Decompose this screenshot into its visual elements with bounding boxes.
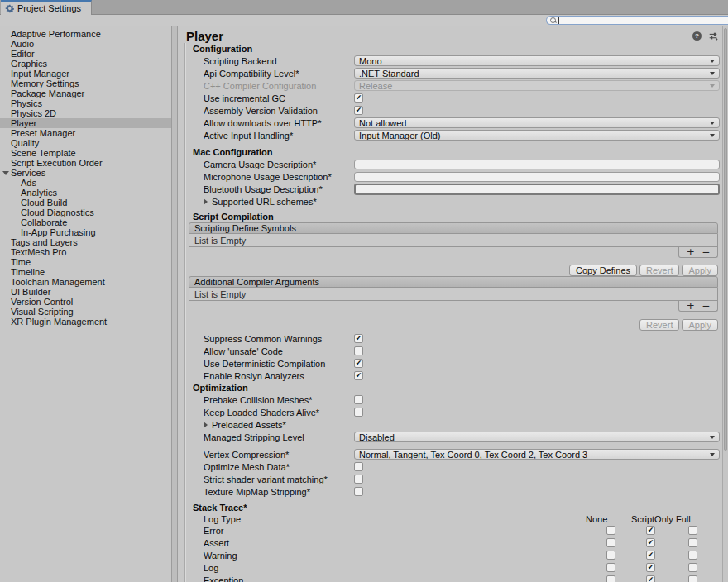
error-full-checkbox[interactable] — [688, 526, 697, 535]
sidebar-item-editor[interactable]: Editor — [0, 49, 171, 59]
assert-full-checkbox[interactable] — [688, 538, 697, 547]
managed-stripping-dropdown[interactable]: Disabled — [354, 432, 720, 442]
bluetooth-usage-field[interactable] — [354, 184, 720, 195]
incremental-gc-checkbox[interactable]: ✔ — [354, 93, 363, 103]
apply-button[interactable]: Apply — [682, 319, 718, 331]
warning-full-checkbox[interactable] — [688, 551, 697, 560]
section-script-compilation: Script Compilation — [178, 211, 728, 222]
scrollbar-thumb[interactable] — [724, 28, 727, 451]
sidebar-item-physics[interactable]: Physics — [0, 98, 171, 108]
sidebar-item-xr-plugin-management[interactable]: XR Plugin Management — [0, 317, 171, 327]
tab-project-settings[interactable]: Project Settings — [1, 0, 92, 15]
sidebar-item-collaborate[interactable]: Collaborate — [0, 217, 171, 227]
warning-scriptonly-checkbox[interactable]: ✔ — [646, 551, 655, 560]
allow-unsafe-checkbox[interactable] — [354, 346, 363, 355]
revert-button[interactable]: Revert — [639, 319, 679, 331]
sidebar-item-cloud-diagnostics[interactable]: Cloud Diagnostics — [0, 208, 171, 217]
search-field[interactable] — [546, 16, 728, 25]
add-button[interactable]: + — [687, 302, 695, 310]
preloaded-assets-foldout[interactable]: Preloaded Assets* — [204, 420, 286, 430]
optimize-mesh-checkbox[interactable] — [354, 462, 363, 471]
microphone-usage-field[interactable] — [354, 172, 720, 182]
sidebar-item-textmesh-pro[interactable]: TextMesh Pro — [0, 247, 171, 257]
log-full-checkbox[interactable] — [688, 563, 697, 572]
sidebar-item-version-control[interactable]: Version Control — [0, 297, 171, 307]
sidebar-item-analytics[interactable]: Analytics — [0, 188, 171, 198]
mipmap-stripping-checkbox[interactable] — [354, 487, 363, 496]
warning-none-checkbox[interactable] — [606, 551, 615, 560]
sidebar-item-ads[interactable]: Ads — [0, 178, 171, 188]
sidebar-item-services[interactable]: Services — [0, 168, 171, 178]
sidebar-item-timeline[interactable]: Timeline — [0, 267, 171, 277]
sidebar-item-graphics[interactable]: Graphics — [0, 59, 171, 69]
sidebar-item-player[interactable]: Player — [0, 118, 171, 128]
player-settings-panel: Player ? Configuration Scripting Backend… — [178, 26, 728, 582]
copy-defines-button[interactable]: Copy Defines — [569, 265, 637, 276]
revert-button[interactable]: Revert — [639, 265, 679, 276]
setting-label: C++ Compiler Configuration — [204, 81, 354, 91]
log-none-checkbox[interactable] — [606, 563, 615, 572]
search-input[interactable] — [559, 17, 728, 24]
help-icon[interactable]: ? — [692, 31, 702, 41]
presets-icon[interactable] — [708, 31, 718, 41]
setting-label: Vertex Compression* — [204, 450, 354, 460]
sidebar-item-physics-2d[interactable]: Physics 2D — [0, 108, 171, 118]
sidebar-item-script-execution-order[interactable]: Script Execution Order — [0, 158, 171, 168]
assert-scriptonly-checkbox[interactable]: ✔ — [646, 538, 655, 547]
setting-label: Strict shader variant matching* — [204, 475, 354, 484]
setting-label: Use incremental GC — [204, 93, 354, 103]
vertex-compression-dropdown[interactable]: Normal, Tangent, Tex Coord 0, Tex Coord … — [354, 449, 720, 460]
list-header: Scripting Define Symbols — [189, 222, 718, 234]
scripting-backend-dropdown[interactable]: Mono — [354, 55, 720, 66]
setting-row: Use Deterministic Compilation ✔ — [178, 357, 728, 370]
strict-shader-checkbox[interactable] — [354, 475, 363, 484]
sidebar-item-quality[interactable]: Quality — [0, 138, 171, 148]
suppress-warnings-checkbox[interactable]: ✔ — [354, 334, 363, 343]
sidebar-item-ui-builder[interactable]: UI Builder — [0, 287, 171, 297]
list-empty-message: List is Empty — [189, 234, 718, 247]
exception-full-checkbox[interactable] — [688, 575, 697, 582]
log-scriptonly-checkbox[interactable]: ✔ — [646, 563, 655, 572]
remove-button[interactable]: − — [702, 248, 710, 256]
row-label: Log — [204, 563, 218, 573]
add-button[interactable]: + — [687, 248, 695, 256]
sidebar-item-visual-scripting[interactable]: Visual Scripting — [0, 307, 171, 317]
deterministic-compilation-checkbox[interactable]: ✔ — [354, 359, 363, 368]
error-none-checkbox[interactable] — [606, 526, 615, 535]
apply-button[interactable]: Apply — [682, 265, 718, 276]
assert-none-checkbox[interactable] — [606, 538, 615, 547]
sidebar-item-in-app-purchasing[interactable]: In-App Purchasing — [0, 227, 171, 237]
sidebar-item-toolchain-management[interactable]: Toolchain Management — [0, 277, 171, 287]
sidebar-item-cloud-build[interactable]: Cloud Build — [0, 198, 171, 208]
vertical-scrollbar[interactable] — [722, 26, 728, 582]
exception-scriptonly-checkbox[interactable]: ✔ — [646, 575, 655, 582]
foldout-open-icon[interactable] — [2, 171, 9, 175]
roslyn-analyzers-checkbox[interactable]: ✔ — [354, 371, 363, 380]
setting-label: Scripting Backend — [204, 56, 354, 66]
sidebar-item-time[interactable]: Time — [0, 257, 171, 267]
sidebar-item-scene-template[interactable]: Scene Template — [0, 148, 171, 158]
sidebar-item-preset-manager[interactable]: Preset Manager — [0, 128, 171, 138]
prebake-collision-checkbox[interactable] — [354, 395, 363, 404]
sidebar-item-package-manager[interactable]: Package Manager — [0, 88, 171, 98]
api-compatibility-dropdown[interactable]: .NET Standard — [354, 68, 720, 79]
sidebar-item-adaptive-performance[interactable]: Adaptive Performance — [0, 29, 171, 39]
sidebar-item-memory-settings[interactable]: Memory Settings — [0, 79, 171, 88]
foldout-collapsed-icon — [204, 422, 208, 428]
allow-http-dropdown[interactable]: Not allowed — [354, 117, 720, 128]
assembly-validation-checkbox[interactable]: ✔ — [354, 106, 363, 115]
camera-usage-field[interactable] — [354, 160, 720, 169]
error-scriptonly-checkbox[interactable]: ✔ — [646, 526, 655, 535]
supported-url-schemes-foldout[interactable]: Supported URL schemes* — [204, 197, 317, 207]
setting-row: Camera Usage Description* — [178, 158, 728, 170]
exception-none-checkbox[interactable] — [606, 575, 615, 582]
sidebar-item-tags-and-layers[interactable]: Tags and Layers — [0, 237, 171, 247]
keep-shaders-checkbox[interactable] — [354, 408, 363, 417]
active-input-dropdown[interactable]: Input Manager (Old) — [354, 130, 720, 141]
remove-button[interactable]: − — [702, 302, 710, 310]
stack-trace-row-log: Log ✔ — [178, 561, 728, 574]
sidebar-item-audio[interactable]: Audio — [0, 39, 171, 49]
sidebar-item-input-manager[interactable]: Input Manager — [0, 69, 171, 79]
panel-splitter[interactable] — [171, 26, 178, 582]
setting-label: Active Input Handling* — [204, 131, 354, 141]
